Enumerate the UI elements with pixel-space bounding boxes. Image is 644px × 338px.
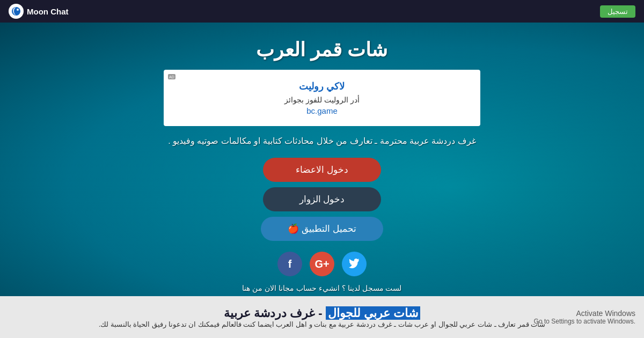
ad-label: AD [168, 73, 177, 79]
activate-windows-notice: Activate Windows Go to Settings to activ… [534, 309, 635, 325]
activate-title: Activate Windows [534, 309, 635, 318]
brand: Moon Chat [9, 4, 68, 19]
nav-login-button[interactable]: تسجيل [600, 5, 635, 18]
page-title: شات قمر العرب [256, 39, 387, 61]
members-login-button[interactable]: دخول الاعضاء [263, 158, 381, 182]
ad-link[interactable]: bc.game [306, 106, 338, 115]
bottom-title-part2: غرف دردشة عربية [224, 306, 315, 320]
moon-chat-logo-icon [9, 4, 24, 19]
ad-title: لاكي روليت [299, 80, 345, 92]
activate-subtitle: Go to Settings to activate Windows. [534, 318, 635, 325]
bottom-subtitle: شات قمر تعارف ـ شات عربي للجوال او عرب ش… [99, 320, 546, 328]
main-area: شات قمر العرب AD لاكي روليت أدر الروليت … [0, 23, 644, 296]
twitter-button[interactable] [342, 252, 367, 276]
ad-subtitle: أدر الروليت للفوز بجوائز [284, 95, 360, 104]
brand-name: Moon Chat [27, 7, 68, 16]
register-link[interactable]: لست مسجل لدينا ؟ انشيء حساب مجانا الان م… [242, 284, 401, 292]
social-buttons-row: f G+ [277, 252, 367, 276]
bottom-bar: شات عربي للجوال - غرف دردشة عربية شات قم… [0, 296, 644, 338]
bottom-title-highlight: شات عربي للجوال [326, 306, 420, 320]
guests-login-button[interactable]: دخول الزوار [263, 187, 381, 211]
google-plus-button[interactable]: G+ [310, 252, 334, 276]
ad-box: AD لاكي روليت أدر الروليت للفوز بجوائز b… [164, 70, 480, 126]
content-wrapper: شات قمر العرب AD لاكي روليت أدر الروليت … [0, 23, 644, 292]
site-description: غرف دردشة عربية محترمة ـ تعارف من خلال م… [168, 136, 476, 146]
download-app-button[interactable]: تحميل التطبيق 🍎 [261, 217, 383, 241]
bottom-title-separator: - [315, 306, 322, 320]
svg-point-1 [17, 9, 19, 11]
svg-text:AD: AD [169, 75, 174, 79]
navbar: Moon Chat تسجيل [0, 0, 644, 23]
facebook-button[interactable]: f [277, 252, 302, 276]
bottom-title: شات عربي للجوال - غرف دردشة عربية [224, 306, 420, 320]
